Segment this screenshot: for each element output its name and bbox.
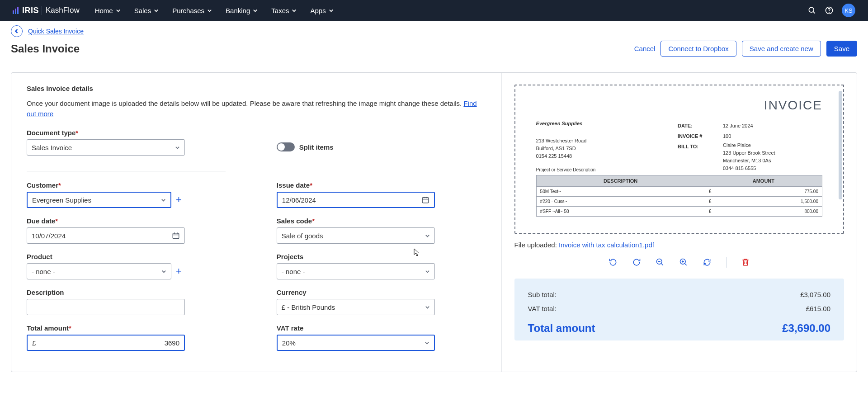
caret-down-icon <box>175 144 180 151</box>
document-preview[interactable]: INVOICE Evergreen Supplies 213 Westchest… <box>514 85 844 234</box>
bars-icon <box>13 7 19 14</box>
nav-item-home[interactable]: Home <box>95 7 121 14</box>
chevron-down-icon <box>207 8 212 13</box>
save-create-new-button[interactable]: Save and create new <box>742 41 821 57</box>
chevron-left-icon <box>14 28 19 34</box>
svg-line-1 <box>813 12 815 14</box>
main: Sales Invoice details Once your document… <box>0 64 868 380</box>
customer-select[interactable]: Evergreen Supplies <box>27 192 171 208</box>
save-button[interactable]: Save <box>826 41 857 57</box>
issue-date-input[interactable]: 12/06/2024 <box>277 192 435 208</box>
back-button[interactable] <box>11 25 23 37</box>
vat-total-value: £615.00 <box>806 305 830 312</box>
chevron-down-icon <box>154 8 159 13</box>
help-icon[interactable] <box>825 6 834 15</box>
brand-kashflow: KashFlow <box>42 6 80 15</box>
customer-label: Customer* <box>27 181 236 189</box>
brand-iris: IRIS <box>22 6 39 15</box>
divider <box>27 171 226 171</box>
due-date-label: Due date* <box>27 217 236 225</box>
invoice-from-address: 213 Westchester Road Builford, AS1 7SD 0… <box>536 137 678 160</box>
preview-toolbar <box>514 257 844 268</box>
split-items-label: Split items <box>299 143 334 151</box>
due-date-input[interactable]: 10/07/2024 <box>27 227 185 244</box>
total-amount-value: £3,690.00 <box>782 322 830 335</box>
invoice-line-items: DESCRIPTIONAMOUNT 50M Text~£775.00 #220 … <box>536 175 822 217</box>
top-nav: IRIS KashFlow Home Sales Purchases Banki… <box>0 0 868 21</box>
split-items-toggle[interactable] <box>277 142 295 151</box>
doc-type-select[interactable]: Sales Invoice <box>27 139 185 156</box>
user-avatar[interactable]: KS <box>842 4 855 17</box>
breadcrumb: Quick Sales Invoice <box>11 25 857 37</box>
sales-code-select[interactable]: Sale of goods <box>277 227 435 244</box>
brand-logo[interactable]: IRIS KashFlow <box>13 6 80 15</box>
caret-down-icon <box>425 339 429 347</box>
add-product-button[interactable]: + <box>176 265 182 277</box>
projects-select[interactable]: - none - <box>277 263 435 279</box>
service-desc-label: Project or Service Description <box>536 167 678 172</box>
chevron-down-icon <box>329 8 334 13</box>
caret-down-icon <box>425 303 430 311</box>
currency-select[interactable]: £ - British Pounds <box>277 299 435 315</box>
total-amount-label: Total amount* <box>27 324 236 332</box>
card: Sales Invoice details Once your document… <box>11 72 857 372</box>
section-title: Sales Invoice details <box>27 85 486 92</box>
refresh-icon[interactable] <box>703 258 712 267</box>
svg-point-0 <box>809 7 814 12</box>
product-label: Product <box>27 253 236 260</box>
form-panel: Sales Invoice details Once your document… <box>11 73 502 372</box>
page-actions: Cancel Connect to Dropbox Save and creat… <box>634 41 857 57</box>
vat-rate-label: VAT rate <box>277 324 486 332</box>
product-select[interactable]: - none - <box>27 263 171 279</box>
svg-point-3 <box>829 12 830 13</box>
sales-code-label: Sales code* <box>277 217 486 225</box>
calendar-icon <box>172 232 180 240</box>
doc-type-label: Document type* <box>27 129 236 137</box>
invoice-doc: INVOICE Evergreen Supplies 213 Westchest… <box>515 85 843 221</box>
vat-rate-select[interactable]: 20% <box>277 335 435 351</box>
help-text: Once your document image is uploaded the… <box>27 99 486 119</box>
zoom-in-icon[interactable] <box>679 258 688 267</box>
breadcrumb-link[interactable]: Quick Sales Invoice <box>28 28 84 35</box>
file-uploaded-info: File uploaded: Invoice with tax calculat… <box>514 241 844 249</box>
sub-header: Quick Sales Invoice Sales Invoice Cancel… <box>0 21 868 64</box>
caret-down-icon <box>161 196 166 204</box>
chevron-down-icon <box>116 8 121 13</box>
svg-rect-8 <box>422 198 429 203</box>
nav-item-purchases[interactable]: Purchases <box>172 7 212 14</box>
invoice-company: Evergreen Supplies <box>536 121 678 126</box>
chevron-down-icon <box>292 8 297 13</box>
file-link[interactable]: Invoice with tax calculation1.pdf <box>559 241 654 249</box>
table-row: #SFF ~All~ 50£800.00 <box>536 207 822 217</box>
nav-item-sales[interactable]: Sales <box>134 7 159 14</box>
rotate-left-icon[interactable] <box>609 258 618 267</box>
add-customer-button[interactable]: + <box>176 194 182 206</box>
nav-item-banking[interactable]: Banking <box>226 7 258 14</box>
nav-item-apps[interactable]: Apps <box>310 7 333 14</box>
totals-box: Sub total:£3,075.00 VAT total:£615.00 To… <box>514 279 844 340</box>
divider <box>726 257 726 268</box>
vat-total-label: VAT total: <box>528 305 557 312</box>
zoom-out-icon[interactable] <box>656 258 665 267</box>
scrollbar[interactable] <box>839 91 842 199</box>
cancel-link[interactable]: Cancel <box>634 45 656 52</box>
description-label: Description <box>27 288 236 296</box>
search-icon[interactable] <box>807 6 816 15</box>
subtotal-value: £3,075.00 <box>800 291 830 298</box>
description-input[interactable] <box>27 299 185 315</box>
page-title: Sales Invoice <box>11 43 80 55</box>
invoice-bill-to: Claire Plaice 123 Upper Brook Street Man… <box>723 142 822 172</box>
nav-item-taxes[interactable]: Taxes <box>271 7 297 14</box>
table-row: 50M Text~£775.00 <box>536 187 822 197</box>
preview-panel: INVOICE Evergreen Supplies 213 Westchest… <box>502 73 857 372</box>
caret-down-icon <box>425 268 430 275</box>
total-amount-input[interactable]: £ 3690 <box>27 335 185 351</box>
delete-icon[interactable] <box>741 258 750 267</box>
page-head: Sales Invoice Cancel Connect to Dropbox … <box>11 41 857 64</box>
subtotal-label: Sub total: <box>528 291 557 298</box>
currency-label: Currency <box>277 288 486 296</box>
connect-dropbox-button[interactable]: Connect to Dropbox <box>660 41 736 57</box>
invoice-title: INVOICE <box>536 98 822 113</box>
nav-items: Home Sales Purchases Banking Taxes Apps <box>95 7 334 14</box>
rotate-right-icon[interactable] <box>632 258 641 267</box>
